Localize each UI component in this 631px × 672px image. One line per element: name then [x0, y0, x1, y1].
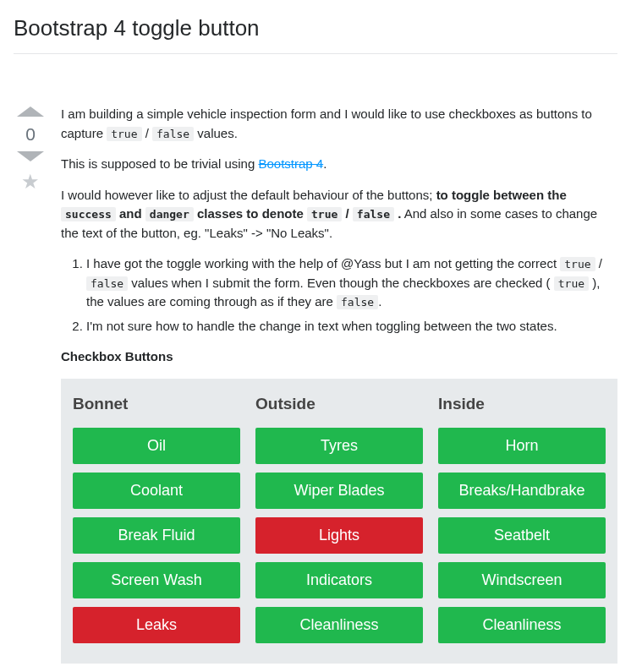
toggle-button[interactable]: Cleanliness — [255, 607, 423, 643]
column-title: Inside — [438, 392, 606, 417]
paragraph-adjust: I would however like to adjust the defau… — [61, 186, 617, 243]
page-title: Bootstrap 4 toggle button — [14, 12, 617, 45]
text: . — [378, 294, 381, 309]
text: to toggle between the — [436, 188, 567, 202]
toggle-button[interactable]: Horn — [438, 428, 606, 464]
code-true: true — [107, 127, 141, 141]
toggle-button[interactable]: Oil — [73, 428, 240, 464]
toggle-button[interactable]: Cleanliness — [438, 607, 606, 643]
toggle-button[interactable]: Breaks/Handbrake — [438, 473, 606, 509]
text: I have got the toggle working with the h… — [86, 256, 560, 270]
demo-column: InsideHornBreaks/HandbrakeSeatbeltWindsc… — [438, 392, 606, 653]
code-success: success — [61, 207, 116, 221]
toggle-button[interactable]: Screen Wash — [73, 562, 240, 598]
column-title: Outside — [255, 392, 423, 417]
text: and — [116, 206, 145, 221]
text: I would however like to adjust the defau… — [61, 188, 436, 202]
code-false: false — [337, 295, 378, 309]
list-item: I'm not sure how to handle the change in… — [86, 317, 617, 336]
toggle-button[interactable]: Wiper Blades — [255, 473, 423, 509]
toggle-button[interactable]: Windscreen — [438, 562, 606, 598]
toggle-button[interactable]: Indicators — [255, 562, 423, 598]
post-layout: 0 ★ I am building a simple vehicle inspe… — [14, 105, 617, 664]
text: classes to denote — [194, 206, 307, 221]
toggle-button[interactable]: Coolant — [73, 473, 240, 509]
toggle-button[interactable]: Seatbelt — [438, 517, 606, 554]
ordered-list: I have got the toggle working with the h… — [86, 254, 617, 336]
column-title: Bonnet — [73, 392, 240, 417]
upvote-button[interactable] — [17, 107, 44, 117]
code-false: false — [152, 127, 194, 141]
bootstrap-link[interactable]: Bootstrap 4 — [258, 156, 323, 171]
vote-count: 0 — [25, 123, 36, 145]
toggle-button[interactable]: Tyres — [255, 428, 423, 464]
demo-column: BonnetOilCoolantBreak FluidScreen WashLe… — [73, 392, 240, 653]
text: . — [323, 156, 326, 171]
downvote-button[interactable] — [17, 151, 44, 161]
demo-box: BonnetOilCoolantBreak FluidScreen WashLe… — [61, 379, 617, 664]
question-header: Bootstrap 4 toggle button — [14, 0, 617, 54]
code-danger: danger — [145, 207, 194, 221]
code-false: false — [353, 207, 394, 221]
code-false: false — [86, 276, 128, 291]
checkbox-buttons-label: Checkbox Buttons — [61, 347, 617, 367]
text: values when I submit the form. Even thou… — [128, 276, 554, 290]
code-true: true — [560, 257, 595, 271]
code-true: true — [554, 276, 589, 291]
text: / — [595, 256, 602, 270]
toggle-button[interactable]: Lights — [255, 517, 423, 554]
paragraph-trivial: This is supposed to be trivial using Boo… — [61, 155, 617, 174]
vote-cell: 0 ★ — [14, 105, 47, 664]
list-item: I have got the toggle working with the h… — [86, 254, 617, 312]
post-body: I am building a simple vehicle inspectio… — [61, 105, 617, 664]
code-true: true — [307, 207, 342, 221]
text: / — [342, 206, 353, 221]
paragraph-intro: I am building a simple vehicle inspectio… — [61, 105, 617, 143]
demo-column: OutsideTyresWiper BladesLightsIndicators… — [255, 392, 423, 653]
toggle-button[interactable]: Break Fluid — [73, 517, 240, 554]
text: values. — [194, 126, 238, 140]
toggle-button[interactable]: Leaks — [73, 607, 240, 643]
text: This is supposed to be trivial using — [61, 156, 258, 171]
favorite-star-icon[interactable]: ★ — [21, 172, 40, 192]
text: / — [142, 126, 153, 140]
